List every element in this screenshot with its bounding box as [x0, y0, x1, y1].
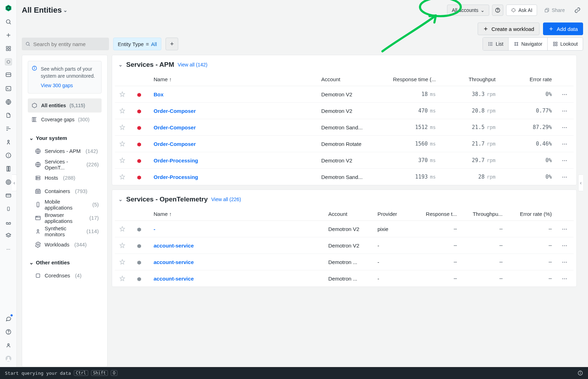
view-list[interactable]: List: [483, 38, 509, 50]
synthetics-icon[interactable]: [5, 139, 12, 146]
favorite-star[interactable]: [119, 124, 128, 130]
query-footer[interactable]: Start querying your data Ctrl Shift O: [0, 367, 588, 379]
ask-ai-button[interactable]: Ask AI: [506, 5, 537, 16]
row-actions[interactable]: ···: [556, 86, 574, 103]
table-row[interactable]: account-serviceDemotron V2-–––···: [115, 237, 574, 254]
mobile-icon[interactable]: [5, 205, 12, 212]
favorite-star[interactable]: [119, 242, 128, 249]
sidebar-item[interactable]: Hosts(288): [28, 172, 102, 184]
info-text: See which parts of your system are unmon…: [41, 66, 95, 79]
table-row[interactable]: -Demotron V2pixie–––···: [115, 221, 574, 237]
row-actions[interactable]: ···: [556, 254, 574, 270]
entity-link[interactable]: Box: [154, 91, 163, 97]
sidebar-item-coverage-gaps[interactable]: Coverage gaps (300): [28, 113, 102, 127]
favorite-star[interactable]: [119, 108, 128, 114]
inbox-icon[interactable]: [5, 219, 12, 226]
sidebar-section-your-system[interactable]: ⌄Your system: [28, 133, 102, 143]
table-row[interactable]: Order-ProcessingDemotron Sand...1193ms28…: [115, 169, 574, 185]
permalink-button[interactable]: [572, 5, 583, 16]
favorite-star[interactable]: [119, 157, 128, 163]
table-row[interactable]: Order-ComposerDemotron V2470ms20.8rpm0.7…: [115, 103, 574, 119]
more-icon[interactable]: ···: [5, 245, 12, 252]
accounts-dropdown[interactable]: All accounts ⌄: [447, 5, 489, 16]
search-field[interactable]: [33, 41, 105, 47]
table-row[interactable]: BoxDemotron V218ms38.3rpm0%···: [115, 86, 574, 103]
row-actions[interactable]: ···: [556, 152, 574, 169]
sidebar-section-other[interactable]: ⌄Other entities: [28, 257, 102, 268]
create-workload-button[interactable]: Create a workload: [478, 23, 539, 35]
page-title[interactable]: All Entities ⌄: [22, 6, 67, 15]
help-icon[interactable]: [5, 328, 12, 335]
footer-info-icon[interactable]: [577, 370, 583, 376]
row-actions[interactable]: ···: [556, 221, 574, 237]
traces-icon[interactable]: [5, 125, 12, 132]
entity-link[interactable]: -: [154, 226, 155, 232]
avatar-icon[interactable]: [5, 355, 12, 362]
add-data-button[interactable]: Add data: [543, 23, 583, 35]
terminal-icon[interactable]: [5, 85, 12, 92]
view-all-link[interactable]: View all (142): [178, 62, 208, 68]
sidebar-item-all-entities[interactable]: All entities (5,115): [28, 98, 102, 113]
filter-chip-entity-type[interactable]: Entity Type = All: [113, 38, 161, 50]
entity-link[interactable]: account-service: [154, 243, 194, 249]
table-row[interactable]: Order-ProcessingDemotron V2370ms29.7rpm0…: [115, 152, 574, 169]
chat-icon[interactable]: [5, 315, 12, 322]
row-actions[interactable]: ···: [556, 270, 574, 287]
row-actions[interactable]: ···: [556, 169, 574, 185]
entity-link[interactable]: account-service: [154, 259, 194, 265]
row-actions[interactable]: ···: [556, 136, 574, 152]
favorite-star[interactable]: [119, 141, 128, 147]
favorite-star[interactable]: [119, 226, 128, 232]
entity-link[interactable]: Order-Composer: [154, 108, 196, 114]
entity-link[interactable]: Order-Processing: [154, 174, 198, 180]
sidebar-item[interactable]: Containers(793): [28, 185, 102, 198]
row-actions[interactable]: ···: [556, 237, 574, 254]
collapse-sidebar-button[interactable]: ‹: [12, 174, 17, 191]
table-row[interactable]: account-serviceDemotron ...-–––···: [115, 254, 574, 270]
entity-link[interactable]: Order-Processing: [154, 158, 198, 163]
entities-icon[interactable]: [5, 58, 12, 65]
search-icon[interactable]: [5, 18, 12, 25]
help-button[interactable]: [492, 5, 503, 16]
entity-link[interactable]: Order-Composer: [154, 141, 196, 147]
browser-icon[interactable]: [5, 98, 12, 105]
view-lookout[interactable]: Lookout: [548, 38, 583, 50]
dashboard-icon[interactable]: [5, 72, 12, 79]
add-filter-button[interactable]: +: [166, 38, 178, 50]
favorite-star[interactable]: [119, 174, 128, 180]
user-icon[interactable]: [5, 342, 12, 349]
info-link[interactable]: View 300 gaps: [41, 82, 73, 89]
docs-icon[interactable]: [5, 112, 12, 119]
entity-link[interactable]: account-service: [154, 276, 194, 282]
search-input[interactable]: [22, 38, 109, 50]
favorite-star[interactable]: [119, 275, 128, 282]
view-navigator[interactable]: Navigator: [509, 38, 548, 50]
chevron-down-icon[interactable]: ⌄: [118, 197, 123, 202]
table-row[interactable]: account-serviceDemotron ...-–––···: [115, 270, 574, 287]
view-all-link[interactable]: View all (226): [211, 197, 241, 202]
sidebar-item[interactable]: Services - OpenT...(226): [28, 158, 102, 171]
row-actions[interactable]: ···: [556, 119, 574, 136]
sidebar-item[interactable]: Synthetic monitors(114): [28, 225, 102, 238]
billing-icon[interactable]: [5, 192, 12, 199]
stack-icon[interactable]: [5, 232, 12, 239]
sidebar-item[interactable]: Mobile applications(5): [28, 198, 102, 211]
expand-right-button[interactable]: ‹: [578, 174, 583, 191]
table-row[interactable]: Order-ComposerDemotron Rotate1560ms21.7r…: [115, 136, 574, 152]
entity-link[interactable]: Order-Composer: [154, 124, 196, 130]
sidebar-item[interactable]: Services - APM(142): [28, 145, 102, 158]
favorite-star[interactable]: [119, 259, 128, 265]
alerts-icon[interactable]: [5, 152, 12, 159]
apps-icon[interactable]: [5, 45, 12, 52]
chevron-down-icon[interactable]: ⌄: [118, 62, 123, 68]
add-icon[interactable]: [5, 32, 12, 39]
sidebar-item[interactable]: Workloads(344): [28, 238, 102, 251]
row-actions[interactable]: ···: [556, 103, 574, 119]
share-button[interactable]: Share: [540, 5, 569, 16]
favorite-star[interactable]: [119, 91, 128, 97]
sidebar-item[interactable]: Browser applications(17): [28, 212, 102, 224]
sidebar-item[interactable]: Corednses(4): [28, 269, 102, 282]
infra-icon[interactable]: [5, 165, 12, 172]
table-row[interactable]: Order-ComposerDemotron Sand...1512ms21.5…: [115, 119, 574, 136]
target-icon[interactable]: [5, 179, 12, 186]
